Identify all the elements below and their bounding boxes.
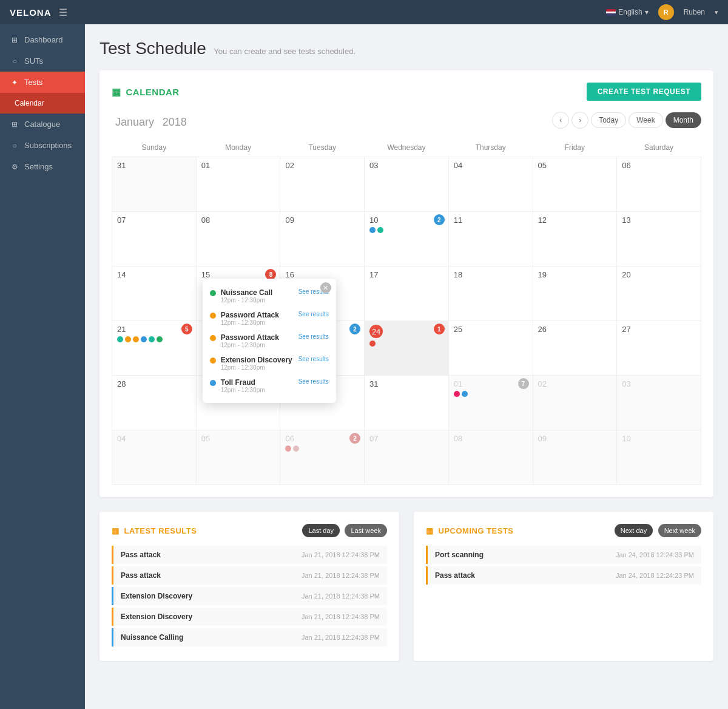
day-cell-jan25[interactable]: 25	[448, 321, 533, 376]
see-results-link-4[interactable]: See results	[298, 356, 329, 362]
last-week-button[interactable]: Last week	[345, 524, 387, 537]
popup-dot-blue	[210, 380, 216, 386]
day-cell-jan10[interactable]: 10 2	[365, 212, 449, 266]
col-saturday: Saturday	[617, 138, 701, 157]
popup-event-name-3: Password Attack	[221, 333, 294, 342]
day-cell-jan09[interactable]: 09	[280, 212, 365, 266]
day-cell-jan26[interactable]: 26	[533, 321, 617, 376]
day-cell-jan24[interactable]: 24 1	[365, 321, 449, 376]
day-cell-jan06[interactable]: 06	[617, 157, 701, 212]
result-row-1[interactable]: Pass attack Jan 21, 2018 12:24:38 PM	[112, 546, 387, 564]
col-wednesday: Wednesday	[365, 138, 449, 157]
sidebar-item-tests[interactable]: ✦ Tests	[0, 72, 85, 93]
popup-item-5: Toll Fraud 12pm - 12:30pm See results	[203, 375, 336, 397]
day-cell-jan07[interactable]: 07	[112, 212, 197, 266]
day-cell-feb05[interactable]: 05	[196, 430, 280, 485]
sidebar-label-suts: SUTs	[24, 56, 43, 66]
col-thursday: Thursday	[448, 138, 533, 157]
day-cell-jan05[interactable]: 05	[533, 157, 617, 212]
sidebar-item-suts[interactable]: ○ SUTs	[0, 50, 85, 72]
upcoming-row-2[interactable]: Pass attack Jan 24, 2018 12:24:23 PM	[426, 566, 701, 585]
month-button[interactable]: Month	[666, 112, 701, 128]
sidebar-item-calendar[interactable]: Calendar	[0, 93, 85, 114]
language-selector[interactable]: English ▾	[606, 8, 648, 16]
day-cell-jan01[interactable]: 01	[196, 157, 280, 212]
day-cell-jan20[interactable]: 20	[617, 266, 701, 321]
day-cell-feb07[interactable]: 07	[365, 430, 449, 485]
see-results-link-3[interactable]: See results	[298, 333, 329, 340]
result-name-5: Nuissance Calling	[121, 633, 183, 642]
col-tuesday: Tuesday	[280, 138, 365, 157]
day-cell-jan08[interactable]: 08	[196, 212, 280, 266]
calendar-controls: ‹ › Today Week Month	[552, 112, 701, 129]
result-name-3: Extension Discovery	[121, 592, 192, 600]
today-button[interactable]: Today	[591, 112, 626, 128]
day-cell-feb04[interactable]: 04	[112, 430, 197, 485]
create-test-request-button[interactable]: CREATE TEST REQUEST	[587, 83, 701, 101]
dots-jan21	[117, 336, 191, 342]
popup-close-button[interactable]: ✕	[320, 282, 331, 293]
sidebar-label-settings: Settings	[24, 162, 53, 171]
hamburger-icon[interactable]: ☰	[59, 7, 67, 18]
main-content: Test Schedule You can create and see tes…	[85, 24, 728, 690]
last-day-button[interactable]: Last day	[302, 524, 340, 537]
day-cell-jan13[interactable]: 13	[617, 212, 701, 266]
day-cell-feb09[interactable]: 09	[533, 430, 617, 485]
sidebar-label-dashboard: Dashboard	[24, 35, 63, 44]
dot	[454, 391, 460, 397]
day-cell-jan02[interactable]: 02	[280, 157, 365, 212]
prev-month-button[interactable]: ‹	[552, 112, 569, 129]
day-cell-jan04[interactable]: 04	[448, 157, 533, 212]
popup-item-4: Extension Discovery 12pm - 12:30pm See r…	[203, 352, 336, 375]
chevron-down-icon-user: ▾	[715, 8, 718, 16]
top-navigation: VELONA ☰ English ▾ R Ruben ▾	[0, 0, 728, 24]
day-cell-jan17[interactable]: 17	[365, 266, 449, 321]
day-cell-jan18[interactable]: 18	[448, 266, 533, 321]
result-row-2[interactable]: Pass attack Jan 21, 2018 12:24:38 PM	[112, 566, 387, 585]
day-cell-jan14[interactable]: 14	[112, 266, 197, 321]
day-cell-jan12[interactable]: 12	[533, 212, 617, 266]
sidebar-item-catalogue[interactable]: ⊞ Catalogue	[0, 114, 85, 135]
dot	[149, 336, 155, 342]
upcoming-tests-header: ▦ UPCOMING TESTS Next day Next week	[426, 524, 701, 537]
result-row-5[interactable]: Nuissance Calling Jan 21, 2018 12:24:38 …	[112, 628, 387, 646]
see-results-link-2[interactable]: See results	[298, 311, 329, 317]
week-button[interactable]: Week	[629, 112, 662, 128]
day-cell-feb02[interactable]: 02	[533, 376, 617, 430]
day-cell-feb10[interactable]: 10	[617, 430, 701, 485]
day-cell-jan15[interactable]: 15 8 ✕ Nuissance Call 12pm - 12:30pm	[196, 266, 280, 321]
upcoming-time-2: Jan 24, 2018 12:24:23 PM	[616, 572, 694, 579]
day-cell-jan19[interactable]: 19	[533, 266, 617, 321]
day-cell-feb03[interactable]: 03	[617, 376, 701, 430]
sidebar-item-dashboard[interactable]: ⊞ Dashboard	[0, 29, 85, 50]
badge-jan23: 2	[349, 324, 360, 334]
day-cell-jan28[interactable]: 28	[112, 376, 197, 430]
nav-right: English ▾ R Ruben ▾	[606, 4, 718, 20]
popup-item-3: Password Attack 12pm - 12:30pm See resul…	[203, 330, 336, 352]
day-cell-jan03[interactable]: 03	[365, 157, 449, 212]
day-cell-dec31[interactable]: 31	[112, 157, 197, 212]
user-name[interactable]: Ruben	[684, 8, 705, 16]
day-cell-feb08[interactable]: 08	[448, 430, 533, 485]
next-week-button[interactable]: Next week	[658, 524, 701, 537]
day-cell-jan21[interactable]: 21 5	[112, 321, 197, 376]
sidebar-item-settings[interactable]: ⚙ Settings	[0, 156, 85, 177]
sidebar-label-tests: Tests	[24, 78, 42, 87]
next-day-button[interactable]: Next day	[615, 524, 653, 537]
language-label: English	[618, 8, 642, 16]
see-results-link-5[interactable]: See results	[298, 378, 329, 385]
result-row-3[interactable]: Extension Discovery Jan 21, 2018 12:24:3…	[112, 587, 387, 605]
popup-dot-yellow-2	[210, 335, 216, 341]
result-row-4[interactable]: Extension Discovery Jan 21, 2018 12:24:3…	[112, 608, 387, 626]
dot	[157, 336, 163, 342]
upcoming-row-1[interactable]: Port scanning Jan 24, 2018 12:24:33 PM	[426, 546, 701, 564]
sidebar-item-subscriptions[interactable]: ○ Subscriptions	[0, 135, 85, 156]
day-cell-jan31[interactable]: 31	[365, 376, 449, 430]
day-cell-jan11[interactable]: 11	[448, 212, 533, 266]
upcoming-tests-list: Port scanning Jan 24, 2018 12:24:33 PM P…	[426, 546, 701, 585]
suts-icon: ○	[10, 57, 19, 66]
day-cell-jan27[interactable]: 27	[617, 321, 701, 376]
day-cell-feb01[interactable]: 01 7	[448, 376, 533, 430]
day-cell-feb06[interactable]: 06 2	[280, 430, 365, 485]
next-month-button[interactable]: ›	[571, 112, 588, 129]
